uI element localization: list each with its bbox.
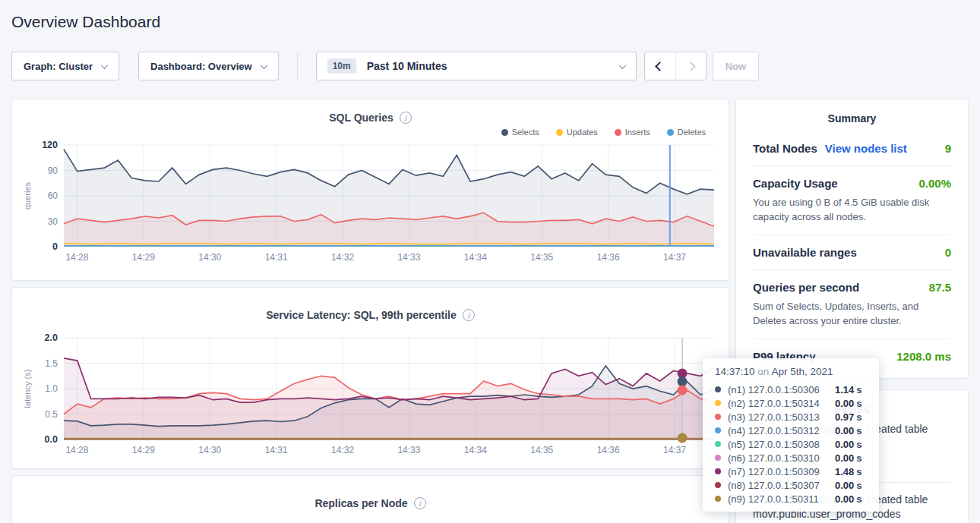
- time-range-dropdown[interactable]: 10m Past 10 Minutes: [316, 52, 637, 80]
- info-icon[interactable]: i: [400, 112, 412, 124]
- service-latency-panel: Service Latency: SQL, 99th percentile i …: [11, 287, 729, 469]
- unavailable-ranges-value: 0: [945, 246, 951, 259]
- svg-text:14:33: 14:33: [397, 252, 420, 263]
- summary-item-capacity-usage: Capacity Usage 0.00% You are using 0 B o…: [753, 166, 951, 235]
- svg-text:0.0: 0.0: [45, 434, 58, 445]
- legend-item-inserts[interactable]: Inserts: [615, 128, 650, 137]
- svg-text:14:37: 14:37: [663, 252, 686, 263]
- total-nodes-label: Total Nodes: [753, 142, 817, 155]
- time-range-badge: 10m: [327, 58, 356, 74]
- tooltip-node-row: (n5) 127.0.0.1:503080.00s: [715, 437, 867, 451]
- time-step-buttons: [644, 52, 707, 80]
- svg-text:90: 90: [48, 165, 58, 176]
- sql-queries-chart[interactable]: 030609012014:2814:2914:3014:3114:3214:33…: [17, 140, 724, 279]
- info-icon[interactable]: i: [414, 497, 426, 509]
- node-color-dot-icon: [715, 427, 721, 433]
- tooltip-node-row: (n3) 127.0.0.1:503130.97s: [715, 410, 867, 424]
- replicas-title: Replicas per Node: [315, 497, 407, 509]
- p99-latency-value: 1208.0 ms: [896, 350, 951, 363]
- sql-legend: SelectsUpdatesInsertsDeletes: [17, 128, 724, 139]
- legend-dot-icon: [615, 129, 621, 136]
- unavailable-ranges-label: Unavailable ranges: [753, 246, 857, 259]
- latency-hover-tooltip: 14:37:10 on Apr 5th, 2021 (n1) 127.0.0.1…: [703, 358, 879, 512]
- svg-text:120: 120: [42, 140, 58, 150]
- svg-text:0: 0: [52, 241, 58, 252]
- total-nodes-value: 9: [945, 142, 951, 155]
- summary-title: Summary: [753, 99, 951, 131]
- node-color-dot-icon: [715, 482, 721, 488]
- tooltip-node-row: (n4) 127.0.0.1:503120.00s: [715, 424, 867, 437]
- tooltip-node-row: (n2) 127.0.0.1:503140.00s: [715, 396, 867, 410]
- svg-text:14:30: 14:30: [198, 445, 221, 455]
- legend-item-deletes[interactable]: Deletes: [667, 128, 706, 137]
- chevron-down-icon: [101, 61, 109, 69]
- page-title: Overview Dashboard: [11, 12, 969, 32]
- svg-text:0.5: 0.5: [45, 409, 58, 420]
- capacity-usage-description: You are using 0 B of 4.5 GiB usable disk…: [753, 195, 951, 224]
- now-button-disabled[interactable]: Now: [713, 52, 759, 80]
- svg-text:14:31: 14:31: [265, 252, 288, 263]
- chevron-left-icon: [655, 61, 665, 71]
- legend-item-updates[interactable]: Updates: [556, 128, 598, 137]
- legend-dot-icon: [556, 129, 563, 136]
- legend-item-selects[interactable]: Selects: [501, 128, 539, 137]
- capacity-usage-label: Capacity Usage: [753, 177, 838, 190]
- svg-text:14:29: 14:29: [132, 445, 155, 455]
- node-color-dot-icon: [715, 441, 721, 447]
- chevron-right-icon: [686, 61, 696, 71]
- svg-text:14:31: 14:31: [265, 445, 288, 455]
- view-nodes-list-link[interactable]: View nodes list: [825, 142, 907, 155]
- summary-item-qps: Queries per second 87.5 Sum of Selects, …: [753, 270, 951, 339]
- legend-dot-icon: [667, 129, 674, 136]
- svg-text:1.5: 1.5: [45, 358, 58, 369]
- svg-text:14:35: 14:35: [530, 252, 553, 263]
- tooltip-node-row: (n9) 127.0.0.1:503110.00s: [715, 492, 867, 506]
- service-latency-chart[interactable]: 0.00.51.01.52.014:2814:2914:3014:3114:32…: [17, 333, 724, 471]
- time-step-forward-button-disabled[interactable]: [675, 52, 706, 80]
- svg-text:14:35: 14:35: [530, 445, 553, 455]
- chevron-down-icon: [618, 61, 626, 69]
- capacity-usage-value: 0.00%: [918, 177, 951, 190]
- dashboard-select-dropdown[interactable]: Dashboard: Overview: [138, 52, 279, 80]
- svg-text:queries: queries: [23, 181, 32, 210]
- tooltip-node-row: (n6) 127.0.0.1:503100.00s: [715, 451, 867, 465]
- summary-panel: Summary Total Nodes View nodes list 9 Ca…: [735, 99, 969, 379]
- time-range-label: Past 10 Minutes: [367, 60, 620, 72]
- qps-description: Sum of Selects, Updates, Inserts, and De…: [753, 299, 951, 328]
- svg-text:1.0: 1.0: [45, 383, 58, 394]
- svg-text:14:33: 14:33: [397, 445, 420, 455]
- info-icon[interactable]: i: [463, 309, 475, 321]
- tooltip-node-row: (n7) 127.0.0.1:503091.48s: [715, 465, 867, 478]
- node-color-dot-icon: [715, 386, 721, 392]
- node-color-dot-icon: [715, 496, 721, 502]
- svg-text:14:36: 14:36: [597, 445, 620, 455]
- svg-text:30: 30: [48, 216, 58, 227]
- sql-queries-title: SQL Queries: [329, 112, 394, 124]
- svg-text:60: 60: [48, 191, 58, 201]
- svg-text:14:36: 14:36: [597, 252, 620, 263]
- graph-scope-label: Graph: Cluster: [24, 61, 93, 72]
- service-latency-title: Service Latency: SQL, 99th percentile: [266, 309, 457, 321]
- node-color-dot-icon: [715, 400, 721, 406]
- sql-queries-title-row: SQL Queries i: [17, 110, 724, 125]
- sql-queries-panel: SQL Queries i SelectsUpdatesInsertsDelet…: [11, 99, 729, 281]
- service-latency-title-row: Service Latency: SQL, 99th percentile i: [17, 307, 724, 323]
- summary-item-unavailable-ranges: Unavailable ranges 0: [753, 235, 951, 270]
- svg-text:14:28: 14:28: [65, 445, 88, 455]
- replicas-title-row: Replicas per Node i: [17, 496, 724, 511]
- controls-divider: [297, 52, 298, 80]
- qps-value: 87.5: [929, 281, 951, 294]
- svg-text:14:32: 14:32: [331, 445, 354, 455]
- svg-text:14:34: 14:34: [464, 445, 487, 455]
- chevron-down-icon: [260, 61, 267, 69]
- graph-scope-dropdown[interactable]: Graph: Cluster: [11, 52, 119, 80]
- svg-text:2.0: 2.0: [45, 333, 58, 343]
- tooltip-timestamp: 14:37:10 on Apr 5th, 2021: [715, 366, 867, 377]
- svg-text:14:28: 14:28: [65, 252, 88, 263]
- node-color-dot-icon: [715, 468, 721, 474]
- time-step-back-button[interactable]: [645, 52, 675, 80]
- qps-label: Queries per second: [753, 281, 859, 294]
- dashboard-controls: Graph: Cluster Dashboard: Overview 10m P…: [11, 52, 969, 80]
- tooltip-node-row: (n8) 127.0.0.1:503070.00s: [715, 478, 867, 492]
- tooltip-rows: (n1) 127.0.0.1:503061.14s(n2) 127.0.0.1:…: [715, 383, 867, 506]
